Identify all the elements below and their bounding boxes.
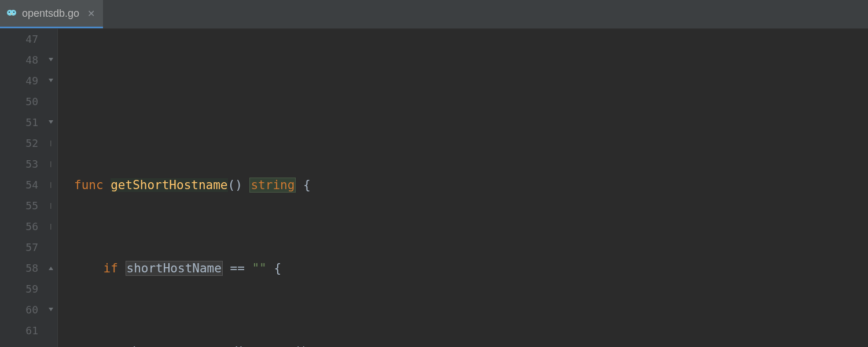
fold-toggle-icon[interactable] (44, 300, 57, 320)
line-number[interactable]: 51 (0, 112, 38, 133)
line-number[interactable]: 55 (0, 195, 38, 216)
fold-close-icon[interactable] (44, 258, 57, 279)
fold-toggle-icon[interactable] (44, 112, 57, 133)
svg-rect-8 (50, 203, 52, 209)
line-number-gutter: 47 48 49 50 51 52 53 54 55 56 57 58 59 6… (0, 29, 44, 347)
svg-point-1 (10, 10, 16, 16)
close-tab-icon[interactable]: ✕ (87, 8, 95, 19)
fold-guide-icon (44, 154, 57, 175)
fold-toggle-icon[interactable] (44, 71, 57, 91)
code-line[interactable]: if shortHostName == "" { (74, 258, 868, 279)
code-line[interactable]: func getShortHostname() string { (74, 175, 868, 195)
file-tab-opentsdb[interactable]: opentsdb.go ✕ (0, 0, 103, 28)
line-number[interactable]: 49 (0, 71, 38, 91)
fold-guide-icon (44, 216, 57, 237)
line-number[interactable]: 59 (0, 279, 38, 300)
svg-rect-6 (50, 161, 52, 167)
svg-point-4 (11, 13, 13, 14)
code-line[interactable] (74, 91, 868, 112)
line-number[interactable]: 53 (0, 154, 38, 175)
line-number[interactable]: 58 (0, 258, 38, 279)
code-area[interactable]: func getShortHostname() string { if shor… (58, 29, 868, 347)
fold-gutter (44, 29, 58, 347)
fold-guide-icon (44, 195, 57, 216)
code-editor[interactable]: 47 48 49 50 51 52 53 54 55 56 57 58 59 6… (0, 29, 868, 347)
line-number[interactable]: 50 (0, 91, 38, 112)
svg-point-3 (13, 12, 14, 13)
fold-guide-icon (44, 133, 57, 154)
line-number[interactable]: 47 (0, 29, 38, 50)
svg-point-2 (9, 12, 10, 13)
svg-rect-5 (50, 141, 52, 146)
line-number[interactable]: 61 (0, 320, 38, 341)
go-file-icon (6, 8, 17, 19)
tab-bar: opentsdb.go ✕ (0, 0, 868, 29)
fold-guide-icon (44, 175, 57, 195)
line-number[interactable]: 54 (0, 175, 38, 195)
tab-filename: opentsdb.go (22, 8, 79, 20)
line-number[interactable]: 52 (0, 133, 38, 154)
line-number[interactable]: 48 (0, 50, 38, 71)
line-number[interactable]: 56 (0, 216, 38, 237)
code-line[interactable]: host, _ := os.Hostname() (74, 341, 868, 347)
line-number[interactable]: 60 (0, 300, 38, 320)
line-number[interactable]: 57 (0, 237, 38, 258)
svg-rect-7 (50, 182, 52, 188)
fold-toggle-icon[interactable] (44, 50, 57, 71)
svg-rect-9 (50, 224, 52, 230)
